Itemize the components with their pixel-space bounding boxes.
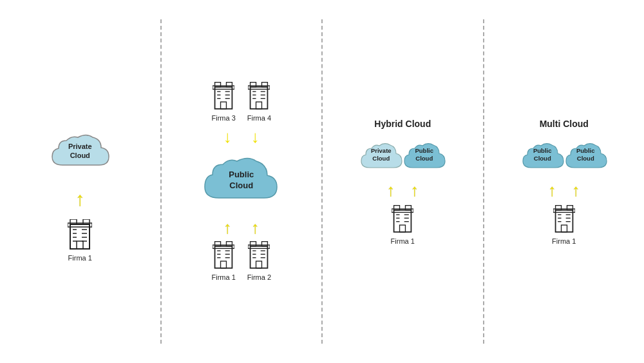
hybrid-cloud-pair: PrivateCloud PublicCloud <box>357 138 448 175</box>
section-hybrid-cloud: Hybrid Cloud PrivateCloud PublicCloud ↑ … <box>323 0 483 363</box>
svg-rect-13 <box>215 87 232 109</box>
svg-rect-34 <box>256 102 262 109</box>
svg-rect-2 <box>70 219 77 224</box>
arrows-up-public: ↑ ↑ <box>223 219 260 236</box>
svg-rect-67 <box>400 225 406 232</box>
section-private-cloud: PrivateCloud ↑ Firma 1 <box>0 0 160 363</box>
firm-1-private-label: Firma 1 <box>68 254 92 262</box>
arrow-down-2: ↓ <box>251 128 260 145</box>
section-public-cloud: Firma 3 Firma 4 <box>162 0 322 363</box>
firm-1-public-label: Firma 1 <box>211 273 235 281</box>
svg-rect-59 <box>394 205 400 210</box>
svg-rect-70 <box>555 205 561 210</box>
public-cloud-small-multi-1: PublicCloud <box>518 138 567 175</box>
svg-rect-71 <box>567 205 573 210</box>
firm-1-hybrid: Firma 1 <box>391 205 415 245</box>
svg-rect-48 <box>251 242 256 246</box>
firm-1-hybrid-label: Firma 1 <box>391 237 415 245</box>
hybrid-cloud-title: Hybrid Cloud <box>374 119 431 129</box>
svg-rect-56 <box>256 261 262 268</box>
arrow-up-1: ↑ <box>75 190 85 209</box>
private-cloud-icon: PrivateCloud <box>44 128 115 179</box>
firm-1-private: Firma 1 <box>68 219 92 262</box>
svg-rect-38 <box>227 242 232 246</box>
arrows-up-hybrid: ↑ ↑ <box>386 182 419 199</box>
firm-4-label: Firma 4 <box>247 114 271 122</box>
public-cloud-small-multi-2: PublicCloud <box>562 138 610 175</box>
svg-rect-27 <box>262 83 268 87</box>
svg-rect-24 <box>251 87 268 109</box>
arrows-up-multi: ↑ ↑ <box>548 182 580 199</box>
svg-rect-57 <box>394 210 412 231</box>
arrow-up-multi-1: ↑ <box>548 182 556 199</box>
svg-rect-15 <box>215 83 221 87</box>
firm-1-public: Firma 1 <box>211 241 235 281</box>
svg-rect-35 <box>215 246 232 268</box>
svg-rect-16 <box>227 83 232 87</box>
firm-4: Firma 4 <box>247 82 271 122</box>
arrow-down-1: ↓ <box>223 128 232 145</box>
svg-rect-3 <box>83 219 90 224</box>
private-cloud-small: PrivateCloud <box>357 138 405 175</box>
svg-rect-78 <box>561 225 567 232</box>
bottom-firms-public: Firma 1 Firma 2 <box>211 241 271 281</box>
svg-rect-60 <box>406 205 412 210</box>
firm-2: Firma 2 <box>247 241 271 281</box>
firm-1-multi-label: Firma 1 <box>552 237 576 245</box>
top-firms-public: Firma 3 Firma 4 <box>211 82 271 122</box>
multi-cloud-title: Multi Cloud <box>540 119 589 129</box>
section-multi-cloud: Multi Cloud PublicCloud PublicCloud ↑ ↑ <box>484 0 645 363</box>
diagram-container: PrivateCloud ↑ Firma 1 <box>0 0 644 363</box>
firm-1-multi: Firma 1 <box>552 205 576 245</box>
svg-rect-12 <box>77 241 83 249</box>
multi-cloud-pair: PublicCloud PublicCloud <box>518 138 610 175</box>
svg-rect-49 <box>262 242 268 246</box>
public-cloud-icon: PublicCloud <box>200 152 283 213</box>
svg-rect-45 <box>221 261 227 268</box>
arrow-up-2b: ↑ <box>251 219 260 236</box>
svg-rect-0 <box>70 224 90 249</box>
svg-rect-68 <box>555 210 573 231</box>
firm-3-label: Firma 3 <box>211 114 235 122</box>
public-cloud-small-hybrid: PublicCloud <box>400 138 448 175</box>
arrow-up-multi-2: ↑ <box>572 182 580 199</box>
firm-2-label: Firma 2 <box>247 273 271 281</box>
arrow-up-hybrid-2: ↑ <box>410 182 419 199</box>
svg-rect-26 <box>251 83 256 87</box>
arrow-up-hybrid-1: ↑ <box>386 182 395 199</box>
svg-rect-46 <box>251 246 268 268</box>
firm-3: Firma 3 <box>211 82 235 122</box>
svg-rect-23 <box>221 102 227 109</box>
arrow-up-2a: ↑ <box>223 219 232 236</box>
arrows-down-public: ↓ ↓ <box>223 128 260 145</box>
svg-rect-37 <box>215 242 221 246</box>
